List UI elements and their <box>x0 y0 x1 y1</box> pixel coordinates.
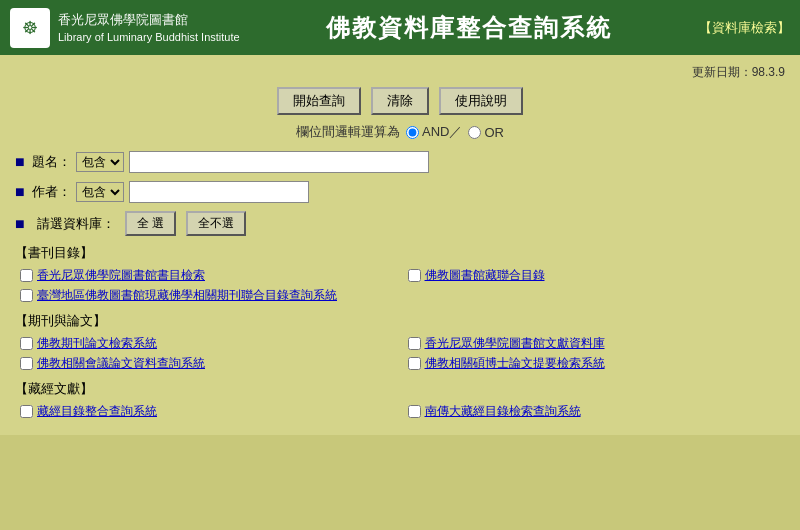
logo-text: 香光尼眾佛學院圖書館 Library of Luminary Buddhist … <box>58 10 240 46</box>
title-select[interactable]: 包含 <box>76 152 124 172</box>
logo-area: ☸ 香光尼眾佛學院圖書館 Library of Luminary Buddhis… <box>10 8 240 48</box>
canon-grid: 藏經目錄整合查詢系統 南傳大藏經目錄檢索查詢系統 <box>15 403 785 420</box>
author-bullet: ■ <box>15 183 27 201</box>
title-bullet: ■ <box>15 153 27 171</box>
canon-item-1: 藏經目錄整合查詢系統 <box>20 403 398 420</box>
catalog-check-2[interactable] <box>408 269 421 282</box>
periodical-header: 【期刊與論文】 <box>15 312 785 330</box>
catalog-item-2: 佛教圖書館藏聯合目錄 <box>408 267 786 284</box>
catalog-link-2[interactable]: 佛教圖書館藏聯合目錄 <box>425 267 545 284</box>
deselect-all-button[interactable]: 全不選 <box>186 211 246 236</box>
select-all-button[interactable]: 全 選 <box>125 211 176 236</box>
content-area: 更新日期：98.3.9 開始查詢 清除 使用說明 欄位間邏輯運算為 AND／ O… <box>0 55 800 435</box>
periodical-item-1: 佛教期刊論文檢索系統 <box>20 335 398 352</box>
canon-link-1[interactable]: 藏經目錄整合查詢系統 <box>37 403 157 420</box>
periodical-check-4[interactable] <box>408 357 421 370</box>
catalog-link-3[interactable]: 臺灣地區佛教圖書館現藏佛學相關期刊聯合目錄查詢系統 <box>37 287 337 304</box>
periodical-link-4[interactable]: 佛教相關碩博士論文提要檢索系統 <box>425 355 605 372</box>
canon-header: 【藏經文獻】 <box>15 380 785 398</box>
or-label: OR <box>484 125 504 140</box>
canon-item-2: 南傳大藏經目錄檢索查詢系統 <box>408 403 786 420</box>
and-radio[interactable] <box>406 126 419 139</box>
logo-line1: 香光尼眾佛學院圖書館 <box>58 10 240 30</box>
db-select-label: 請選資料庫： <box>37 215 115 233</box>
search-button[interactable]: 開始查詢 <box>277 87 361 115</box>
periodical-item-3: 佛教相關會議論文資料查詢系統 <box>20 355 398 372</box>
author-field-row: ■ 作者： 包含 <box>15 181 785 203</box>
periodical-check-3[interactable] <box>20 357 33 370</box>
or-radio[interactable] <box>468 126 481 139</box>
top-right-link[interactable]: 【資料庫檢索】 <box>699 19 790 37</box>
catalog-link-1[interactable]: 香光尼眾佛學院圖書館書目檢索 <box>37 267 205 284</box>
clear-button[interactable]: 清除 <box>371 87 429 115</box>
title-input[interactable] <box>129 151 429 173</box>
title-label: 題名： <box>32 153 71 171</box>
canon-check-1[interactable] <box>20 405 33 418</box>
update-date: 更新日期：98.3.9 <box>15 64 785 81</box>
and-radio-label[interactable]: AND／ <box>406 123 462 141</box>
periodical-link-1[interactable]: 佛教期刊論文檢索系統 <box>37 335 157 352</box>
periodical-check-1[interactable] <box>20 337 33 350</box>
and-label: AND／ <box>422 123 462 141</box>
title-field-row: ■ 題名： 包含 <box>15 151 785 173</box>
catalog-check-1[interactable] <box>20 269 33 282</box>
top-bar: ☸ 香光尼眾佛學院圖書館 Library of Luminary Buddhis… <box>0 0 800 55</box>
canon-check-2[interactable] <box>408 405 421 418</box>
site-title: 佛教資料庫整合查詢系統 <box>240 12 699 44</box>
logo-icon: ☸ <box>10 8 50 48</box>
periodical-check-2[interactable] <box>408 337 421 350</box>
logic-row: 欄位間邏輯運算為 AND／ OR <box>15 123 785 141</box>
periodical-link-3[interactable]: 佛教相關會議論文資料查詢系統 <box>37 355 205 372</box>
or-radio-label[interactable]: OR <box>468 125 504 140</box>
catalog-item-1: 香光尼眾佛學院圖書館書目檢索 <box>20 267 398 284</box>
catalog-check-3[interactable] <box>20 289 33 302</box>
db-bullet: ■ <box>15 215 27 233</box>
logic-label: 欄位間邏輯運算為 <box>296 123 400 141</box>
catalog-item-3: 臺灣地區佛教圖書館現藏佛學相關期刊聯合目錄查詢系統 <box>20 287 785 304</box>
help-button[interactable]: 使用說明 <box>439 87 523 115</box>
periodical-grid: 佛教期刊論文檢索系統 香光尼眾佛學院圖書館文獻資料庫 佛教相關會議論文資料查詢系… <box>15 335 785 372</box>
author-select[interactable]: 包含 <box>76 182 124 202</box>
db-select-row: ■ 請選資料庫： 全 選 全不選 <box>15 211 785 236</box>
catalog-header: 【書刊目錄】 <box>15 244 785 262</box>
author-input[interactable] <box>129 181 309 203</box>
periodical-link-2[interactable]: 香光尼眾佛學院圖書館文獻資料庫 <box>425 335 605 352</box>
author-label: 作者： <box>32 183 71 201</box>
periodical-item-4: 佛教相關碩博士論文提要檢索系統 <box>408 355 786 372</box>
button-row: 開始查詢 清除 使用說明 <box>15 87 785 115</box>
catalog-grid: 香光尼眾佛學院圖書館書目檢索 佛教圖書館藏聯合目錄 臺灣地區佛教圖書館現藏佛學相… <box>15 267 785 304</box>
logo-line2: Library of Luminary Buddhist Institute <box>58 29 240 46</box>
periodical-item-2: 香光尼眾佛學院圖書館文獻資料庫 <box>408 335 786 352</box>
canon-link-2[interactable]: 南傳大藏經目錄檢索查詢系統 <box>425 403 581 420</box>
